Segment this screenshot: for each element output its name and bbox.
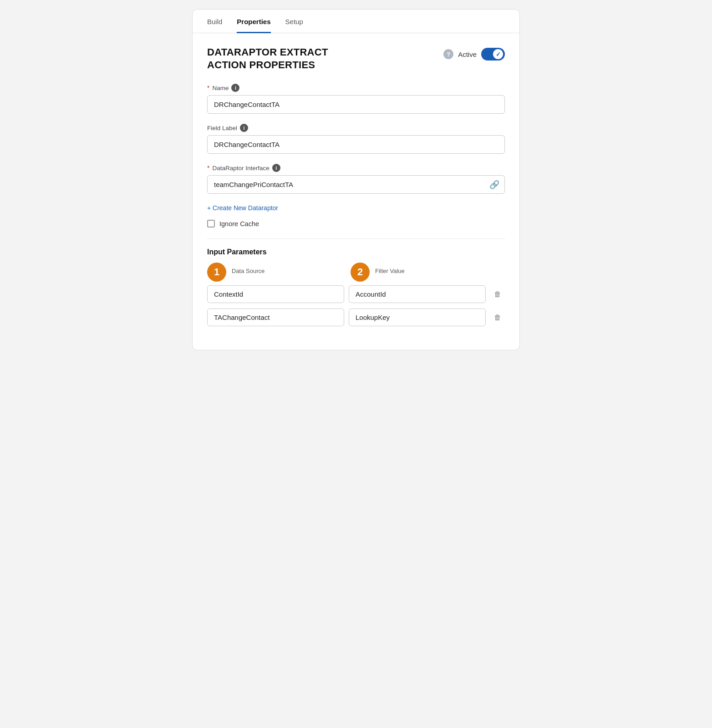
active-toggle[interactable]: ✓ <box>481 48 505 61</box>
name-info-icon[interactable]: i <box>231 84 239 92</box>
dr-required-star: * <box>207 164 209 172</box>
name-input[interactable] <box>207 95 505 114</box>
active-label: Active <box>458 51 477 58</box>
delete-row-1-button[interactable]: 🗑 <box>490 287 505 302</box>
toggle-check-icon: ✓ <box>496 51 501 58</box>
param-row-2: 🗑 <box>207 308 505 326</box>
tab-build[interactable]: Build <box>207 10 222 33</box>
tab-properties[interactable]: Properties <box>237 10 270 33</box>
data-source-input-1[interactable] <box>207 285 344 303</box>
section-divider <box>207 238 505 239</box>
ignore-cache-row: Ignore Cache <box>207 220 505 228</box>
dr-interface-info-icon[interactable]: i <box>272 164 280 172</box>
field-label-info-icon[interactable]: i <box>240 124 248 132</box>
name-field-label: * Name i <box>207 84 505 92</box>
params-header: 1 Data Source 2 Filter Value <box>207 263 505 282</box>
filter-value-col-header: Filter Value <box>375 268 490 277</box>
main-content: DATARAPTOR EXTRACT ACTION PROPERTIES ? A… <box>193 33 519 326</box>
ignore-cache-checkbox[interactable] <box>207 220 215 228</box>
input-params-section: Input Parameters 1 Data Source 2 Filter … <box>207 248 505 326</box>
badge-2: 2 <box>351 263 370 282</box>
tab-setup[interactable]: Setup <box>285 10 303 33</box>
field-label-label: Field Label i <box>207 124 505 132</box>
create-new-dataraptor-link[interactable]: + Create New Dataraptor <box>207 204 278 212</box>
help-icon[interactable]: ? <box>443 49 453 59</box>
delete-row-2-button[interactable]: 🗑 <box>490 310 505 325</box>
header-spacer <box>490 265 505 279</box>
filter-value-input-1[interactable] <box>349 285 486 303</box>
page-title: DATARAPTOR EXTRACT ACTION PROPERTIES <box>207 46 328 71</box>
tabs-bar: Build Properties Setup <box>193 10 519 33</box>
dr-interface-input-wrapper: 🔗 <box>207 175 505 194</box>
toggle-knob: ✓ <box>493 49 503 59</box>
filter-value-col-label: Filter Value <box>375 268 490 274</box>
name-field-group: * Name i <box>207 84 505 114</box>
data-source-col-header: Data Source <box>232 268 347 277</box>
dataraptor-interface-group: * DataRaptor Interface i 🔗 <box>207 164 505 194</box>
header-row: DATARAPTOR EXTRACT ACTION PROPERTIES ? A… <box>207 46 505 71</box>
field-label-input-wrapper <box>207 135 505 154</box>
input-params-title: Input Parameters <box>207 248 505 256</box>
data-source-col-label: Data Source <box>232 268 347 274</box>
param-row-1: 🗑 <box>207 285 505 303</box>
ignore-cache-label: Ignore Cache <box>219 220 259 228</box>
data-source-input-2[interactable] <box>207 308 344 326</box>
main-card: Build Properties Setup DATARAPTOR EXTRAC… <box>192 9 520 350</box>
dataraptor-interface-label: * DataRaptor Interface i <box>207 164 505 172</box>
dataraptor-interface-input[interactable] <box>207 175 505 194</box>
badge-1: 1 <box>207 263 226 282</box>
field-label-group: Field Label i <box>207 124 505 154</box>
name-input-wrapper <box>207 95 505 114</box>
link-icon[interactable]: 🔗 <box>489 180 499 190</box>
name-required-star: * <box>207 84 209 91</box>
field-label-input[interactable] <box>207 135 505 154</box>
filter-value-input-2[interactable] <box>349 308 486 326</box>
header-controls: ? Active ✓ <box>443 48 505 61</box>
